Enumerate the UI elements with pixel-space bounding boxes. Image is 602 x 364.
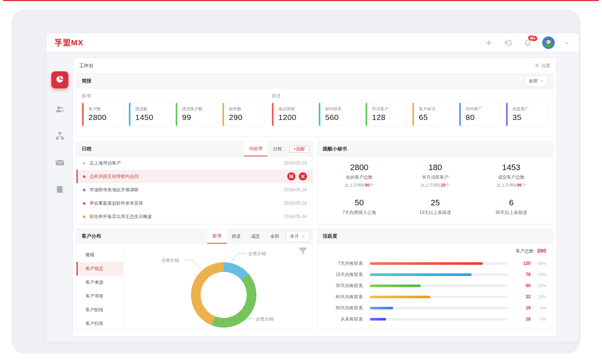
schedule-item[interactable]: 前往和平饭店出席王总生日晚宴2018-05-24 — [77, 210, 312, 223]
activity-row-label: 60天内有联系 — [324, 294, 363, 300]
activity-bar-track — [370, 285, 508, 287]
close-icon[interactable] — [299, 172, 307, 181]
briefing-filter-select[interactable]: 全部 — [525, 76, 548, 87]
period-select[interactable]: 本月 — [286, 231, 309, 242]
add-reminder-button[interactable]: +提醒 — [289, 146, 309, 153]
schedule-item[interactable]: 早会重新策划软件发布安排2018-05-24 — [77, 196, 312, 210]
activity-row-value: 120 — [514, 261, 531, 266]
activity-bar-fill — [370, 318, 386, 321]
activity-row-label: 7天内有联系 — [324, 260, 363, 267]
users-icon — [55, 104, 65, 116]
activity-body: 客户总数: 280 7天内有联系12050%15天内有联系7820%30天内有联… — [318, 244, 553, 325]
sidebar-item-dashboard[interactable] — [51, 71, 68, 88]
schedule-tab-日程[interactable]: 日程 — [268, 142, 287, 156]
settings-label: 设置 — [541, 63, 550, 69]
stat-card[interactable]: 邮件联系560 — [318, 103, 360, 126]
sidebar-item-customers[interactable] — [55, 105, 65, 115]
distribution-tab-全部[interactable]: 全部 — [265, 229, 285, 244]
settings-button[interactable]: 设置 — [534, 63, 550, 69]
stat-card-value: 1450 — [135, 113, 170, 122]
stat-card[interactable]: 客户数2800 — [82, 103, 124, 126]
reminder-stat-value: 2800 — [350, 163, 368, 172]
schedule-item[interactable]: 市场部华东地区开展调研2018-05-24 — [77, 183, 312, 196]
reminder-stat-label: 7天内将掉入公海 — [342, 209, 376, 216]
schedule-item[interactable]: 去上海拜访客户2018-05-24 — [77, 156, 312, 170]
app-body: 工作台 设置 — [46, 52, 579, 341]
chevron-down-icon[interactable] — [564, 39, 569, 46]
stat-card[interactable]: 客户来访65 — [412, 103, 454, 126]
stat-card[interactable]: 信件推广80 — [459, 103, 501, 126]
sidebar — [46, 52, 73, 341]
stat-card[interactable]: 邮件数290 — [222, 103, 264, 126]
activity-row-percent: 20% — [531, 272, 546, 277]
stat-card-label: 信件推广 — [466, 106, 501, 112]
distribution-tab-跟进[interactable]: 跟进 — [227, 229, 246, 244]
distribution-menu-item-客户来源[interactable]: 客户来源 — [77, 276, 123, 289]
reminder-stat-note: 比上月增加86个 — [497, 182, 526, 188]
activity-row-label: 从未有联系 — [324, 316, 363, 322]
workspace-header: 工作台 设置 — [73, 58, 556, 74]
schedule-item-date: 2018-05-24 — [284, 160, 307, 166]
activity-card: 活跃度 客户总数: 280 7天内有联系12050%15天内有联系7820%30… — [317, 229, 554, 330]
schedule-item-actions — [287, 172, 307, 181]
chevron-down-icon — [540, 80, 544, 82]
schedule-item-date: 2018-05-24 — [284, 214, 307, 219]
briefing-body: 新增客户数2800跟进数1450跟进客户数99邮件数290跟进电话营销1200邮… — [77, 88, 553, 131]
schedule-item-text: 去杭州跟王经理签约合同 — [90, 173, 139, 180]
stat-card-label: 客户数 — [88, 106, 123, 112]
avatar[interactable] — [542, 36, 555, 49]
distribution-tab-新增[interactable]: 新增 — [207, 229, 227, 244]
schedule-item-dot — [83, 162, 85, 165]
donut-label: 分类介绍 — [248, 251, 266, 257]
activity-bar-track — [370, 273, 508, 276]
schedule-item-date: 2018-05-24 — [284, 187, 307, 192]
calendar-icon[interactable] — [287, 172, 295, 181]
gear-icon — [534, 63, 540, 69]
distribution-menu-item-客户阶段[interactable]: 客户阶段 — [77, 303, 123, 317]
distribution-menu-item-规模[interactable]: 规模 — [77, 248, 123, 262]
stat-card-label: 跟进客户数 — [182, 106, 217, 112]
stat-card-accent — [82, 103, 84, 126]
distribution-tab-成交[interactable]: 成交 — [246, 229, 265, 244]
donut-chart — [191, 262, 256, 328]
activity-bar-track — [370, 318, 508, 321]
distribution-menu-item-客户状态[interactable]: 客户状态 — [77, 262, 123, 276]
notifications-bell-icon[interactable]: 99+ — [523, 38, 533, 48]
reminder-stat-label: 成交客户总数 — [498, 174, 525, 181]
stat-card[interactable]: 跟进数1450 — [129, 103, 171, 126]
stat-card-value: 1200 — [278, 113, 313, 122]
stat-card[interactable]: 拜访客户128 — [365, 103, 407, 126]
activity-row-percent: 32% — [531, 283, 546, 288]
activity-row: 90天内有联系198% — [324, 302, 547, 313]
stat-card[interactable]: 跟进客户数99 — [175, 103, 217, 126]
schedule-item-dot — [83, 202, 85, 205]
pie-chart-icon — [55, 75, 64, 85]
reminder-stat: 1453成交客户总数比上月增加86个 — [473, 159, 550, 192]
mail-icon — [55, 158, 65, 169]
add-icon[interactable]: + — [484, 38, 494, 48]
distribution-menu-item-客户等级[interactable]: 客户等级 — [77, 289, 123, 303]
stat-card-accent — [223, 103, 224, 126]
schedule-item[interactable]: 去杭州跟王经理签约合同 — [77, 170, 312, 183]
sidebar-item-mail[interactable] — [55, 158, 65, 169]
stat-card[interactable]: 电话营销1200 — [272, 103, 314, 126]
briefing-header: 简报 全部 — [77, 74, 553, 88]
schedule-title: 日程 — [82, 146, 91, 152]
activity-total: 客户总数: 280 — [324, 247, 547, 254]
sidebar-item-notebook[interactable] — [55, 185, 65, 195]
distribution-menu-item-客户归类[interactable]: 客户归类 — [77, 317, 123, 331]
reminder-stat: 507天内将掉入公海 — [321, 192, 398, 222]
stat-card[interactable]: 传真推广35 — [506, 103, 548, 126]
briefing-group-cards: 客户数2800跟进数1450跟进客户数99邮件数290 — [82, 103, 264, 126]
schedule-header: 日程 待处理日程 +提醒 — [77, 142, 312, 156]
activity-header: 活跃度 — [318, 229, 553, 244]
stat-card-accent — [176, 103, 177, 126]
chevron-down-icon — [302, 235, 305, 237]
reminder-stat-value: 6 — [509, 198, 514, 208]
schedule-tab-待处理[interactable]: 待处理 — [244, 142, 268, 156]
reminder-stat: 2800你的客户总数比上月增加80个 — [321, 159, 398, 192]
history-clock-icon[interactable] — [504, 38, 513, 48]
funnel-filter-icon[interactable] — [299, 247, 307, 256]
reminder-stat-label: 本月活跃客户 — [422, 174, 449, 181]
sidebar-item-organization[interactable] — [55, 131, 65, 142]
